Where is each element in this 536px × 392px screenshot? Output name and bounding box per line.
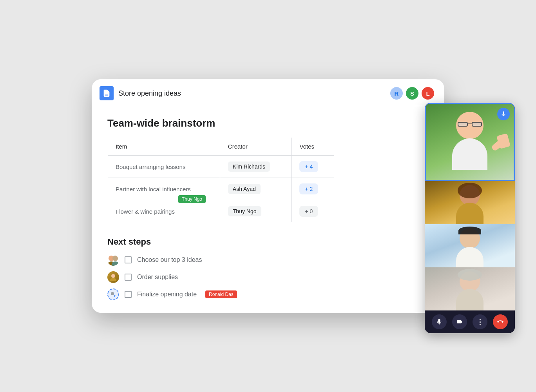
brainstorm-table: Item Creator Votes Bouquet arranging les… [107, 137, 335, 223]
task-avatar-single [107, 271, 119, 283]
item-cell: Partner with local influencers Thuy Ngo [108, 178, 220, 200]
next-steps-title: Next steps [107, 237, 429, 247]
document-title: Store opening ideas [118, 89, 181, 98]
votes-cell[interactable]: + 4 [292, 156, 335, 178]
avatar-r: R [389, 86, 404, 100]
document-window: Store opening ideas R S L Team-wide brai… [92, 79, 444, 313]
task-label: Choose our top 3 ideas [137, 256, 202, 263]
mic-active-indicator [497, 108, 510, 120]
svg-point-1 [112, 256, 118, 261]
table-row: Bouquet arranging lessons Kim Richards +… [108, 156, 335, 178]
task-item: Choose our top 3 ideas [107, 254, 429, 266]
task-label: Finalize opening date [137, 291, 197, 298]
creator-chip: Kim Richards [228, 162, 270, 172]
col-item: Item [108, 138, 220, 156]
creator-cell: Ash Ayad [220, 178, 292, 200]
svg-rect-10 [504, 114, 504, 114]
svg-point-6 [111, 292, 114, 295]
video-thumb-3 [425, 267, 515, 310]
camera-control-icon [456, 319, 463, 325]
svg-rect-9 [502, 114, 503, 114]
creator-chip: Ash Ayad [228, 184, 261, 194]
end-call-icon [497, 319, 503, 325]
table-row: Partner with local influencers Thuy Ngo … [108, 178, 335, 200]
more-options-button[interactable]: ⋮ [473, 314, 487, 329]
task-checkbox[interactable] [125, 256, 132, 263]
task-item: Order supplies [107, 271, 429, 283]
task-checkbox[interactable] [125, 291, 132, 298]
video-thumb-2 [425, 224, 515, 267]
creator-cell: Kim Richards [220, 156, 292, 178]
add-person-icon [110, 291, 116, 298]
table-header-row: Item Creator Votes [108, 138, 335, 156]
mic-icon [500, 111, 507, 117]
mute-button[interactable] [432, 314, 447, 329]
mic-control-icon [436, 319, 442, 325]
end-call-button[interactable] [493, 314, 508, 329]
person-glasses [457, 121, 483, 127]
col-creator: Creator [220, 138, 292, 156]
video-thumbnails [425, 181, 515, 310]
thumb2-hair [458, 227, 481, 234]
ronald-das-tooltip: Ronald Das [205, 290, 237, 298]
collaborators-avatars: R S L [389, 86, 435, 100]
votes-cell[interactable]: + 2 [292, 178, 335, 200]
more-icon: ⋮ [476, 318, 484, 326]
docs-logo-svg [102, 89, 111, 98]
video-thumb-1 [425, 181, 515, 224]
creator-cell: Thuy Ngo [220, 200, 292, 223]
task-label: Order supplies [137, 274, 178, 281]
task-avatar-add [107, 289, 119, 300]
document-content: Team-wide brainstorm Item Creator Votes … [92, 106, 444, 313]
task-checkbox[interactable] [125, 274, 132, 281]
table-row: Flower & wine pairings Thuy Ngo + 0 [108, 200, 335, 223]
single-avatar-icon [109, 273, 117, 281]
vote-button[interactable]: + 2 [299, 183, 318, 194]
brainstorm-title: Team-wide brainstorm [107, 117, 429, 129]
vote-button[interactable]: + 4 [299, 161, 318, 172]
svg-rect-11 [503, 114, 503, 115]
camera-button[interactable] [452, 314, 467, 329]
avatar-l: L [421, 86, 435, 100]
video-call-panel: ⋮ [425, 103, 515, 333]
votes-cell[interactable]: + 0 [292, 200, 335, 223]
svg-point-5 [110, 278, 116, 281]
docs-icon [100, 86, 114, 100]
thumb1-body [456, 203, 483, 224]
call-controls-bar: ⋮ [425, 310, 515, 333]
thumb2-body [456, 247, 483, 267]
document-header: Store opening ideas R S L [92, 79, 444, 106]
multi-avatar-icon [107, 254, 119, 266]
task-list: Choose our top 3 ideas Order supplies [107, 254, 429, 300]
task-avatar-multi [107, 254, 119, 266]
vote-button[interactable]: + 0 [299, 206, 318, 217]
col-votes: Votes [292, 138, 335, 156]
item-cell: Bouquet arranging lessons [108, 156, 220, 178]
person-body [452, 138, 487, 170]
thumb3-body [456, 289, 483, 310]
header-left: Store opening ideas [100, 86, 181, 100]
thuy-ngo-tooltip: Thuy Ngo [178, 195, 206, 203]
thumb1-hair [458, 183, 482, 198]
avatar-s: S [405, 86, 419, 100]
item-cell: Flower & wine pairings [108, 200, 220, 223]
svg-point-4 [111, 274, 115, 278]
task-item: Finalize opening date Ronald Das [107, 289, 429, 300]
thumb3-hair [458, 269, 482, 281]
main-video [425, 103, 515, 181]
creator-chip: Thuy Ngo [228, 206, 261, 216]
